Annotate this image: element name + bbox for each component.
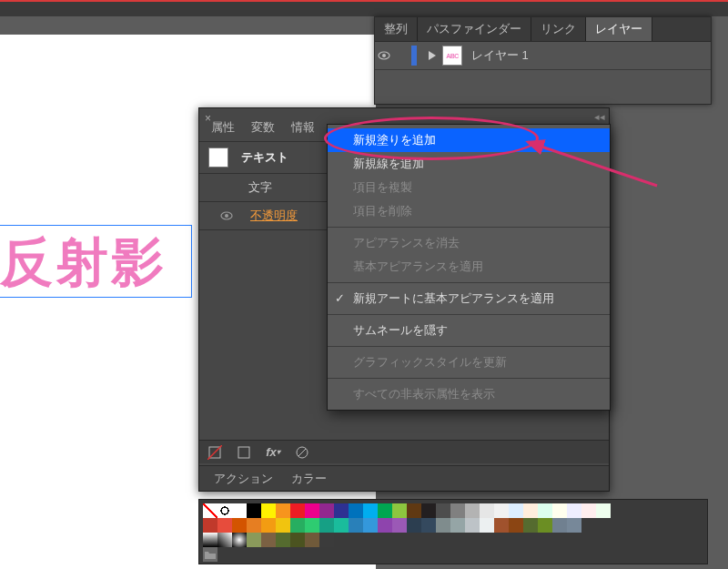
swatch[interactable] <box>276 533 290 547</box>
swatch[interactable] <box>276 503 290 518</box>
swatch[interactable] <box>378 518 392 533</box>
layer-thumbnail: ABC <box>442 46 462 66</box>
swatch-registration[interactable] <box>217 503 232 518</box>
swatch[interactable] <box>552 518 567 533</box>
menu-separator <box>328 227 610 228</box>
swatch[interactable] <box>247 518 261 533</box>
tab-layers[interactable]: レイヤー <box>586 17 652 41</box>
menu-item[interactable]: 新規アートに基本アピアランスを適用 <box>328 287 610 310</box>
tab-align[interactable]: 整列 <box>375 17 418 41</box>
swatch[interactable] <box>261 518 276 533</box>
swatch-row <box>203 547 703 562</box>
swatch[interactable] <box>290 533 305 547</box>
swatch[interactable] <box>407 518 421 533</box>
swatch-gradient[interactable] <box>232 533 247 547</box>
svg-point-1 <box>382 54 386 57</box>
opacity-label[interactable]: 不透明度 <box>250 208 298 224</box>
swatch[interactable] <box>276 518 290 533</box>
swatch[interactable] <box>465 503 480 518</box>
swatch[interactable] <box>494 503 509 518</box>
add-effect-icon[interactable]: fx▾ <box>265 444 281 461</box>
menu-item[interactable]: サムネールを隠す <box>328 319 610 342</box>
swatch[interactable] <box>232 518 247 533</box>
layer-name[interactable]: レイヤー 1 <box>471 47 529 64</box>
object-swatch[interactable] <box>208 147 228 168</box>
visibility-eye-icon[interactable] <box>217 209 236 223</box>
swatch[interactable] <box>421 518 436 533</box>
swatch[interactable] <box>305 533 319 547</box>
swatch[interactable] <box>392 503 407 518</box>
add-stroke-icon[interactable] <box>207 444 223 461</box>
layer-row[interactable]: ABC レイヤー 1 <box>375 42 711 70</box>
swatch[interactable] <box>334 503 349 518</box>
svg-rect-7 <box>238 447 249 458</box>
swatch[interactable] <box>480 518 494 533</box>
swatch[interactable] <box>436 503 450 518</box>
visibility-eye-icon[interactable] <box>375 49 393 63</box>
swatch[interactable] <box>538 503 552 518</box>
menu-item[interactable]: 新規線を追加 <box>328 152 610 176</box>
tab-links[interactable]: リンク <box>531 17 586 41</box>
swatch-folder-icon[interactable] <box>203 547 217 562</box>
swatch[interactable] <box>247 533 261 547</box>
swatch[interactable] <box>334 518 349 533</box>
swatch[interactable] <box>232 503 247 518</box>
swatch[interactable] <box>217 518 232 533</box>
swatch[interactable] <box>567 518 581 533</box>
expand-triangle-icon[interactable] <box>426 49 439 62</box>
menu-item[interactable]: 新規塗りを追加 <box>328 128 610 152</box>
swatch[interactable] <box>450 518 465 533</box>
swatch[interactable] <box>596 503 611 518</box>
swatch[interactable] <box>450 503 465 518</box>
menu-item: グラフィックスタイルを更新 <box>328 351 610 374</box>
swatch[interactable] <box>349 503 363 518</box>
add-fill-icon[interactable] <box>236 444 252 461</box>
svg-point-4 <box>225 214 228 218</box>
tab-info[interactable]: 情報 <box>283 116 323 141</box>
swatch[interactable] <box>319 533 334 547</box>
swatch[interactable] <box>509 518 523 533</box>
swatch[interactable] <box>378 503 392 518</box>
swatch[interactable] <box>538 518 552 533</box>
clear-appearance-icon[interactable] <box>294 444 310 461</box>
swatch-none[interactable] <box>203 503 217 518</box>
layer-color-strip <box>411 46 417 66</box>
swatch[interactable] <box>363 503 378 518</box>
tab-actions[interactable]: アクション <box>205 471 282 487</box>
swatch-gradient[interactable] <box>217 533 232 547</box>
swatch[interactable] <box>567 503 581 518</box>
close-icon[interactable]: × <box>205 112 211 125</box>
swatch[interactable] <box>465 518 480 533</box>
swatch[interactable] <box>319 518 334 533</box>
swatch[interactable] <box>407 503 421 518</box>
svg-line-9 <box>298 449 306 456</box>
swatch[interactable] <box>480 503 494 518</box>
swatch[interactable] <box>305 518 319 533</box>
tab-pathfinder[interactable]: パスファインダー <box>418 17 531 41</box>
swatch[interactable] <box>319 503 334 518</box>
swatch[interactable] <box>436 518 450 533</box>
swatch-gradient[interactable] <box>203 533 217 547</box>
swatch[interactable] <box>203 518 217 533</box>
swatch[interactable] <box>290 503 305 518</box>
tab-variables[interactable]: 変数 <box>243 116 283 141</box>
swatch[interactable] <box>552 503 567 518</box>
swatch[interactable] <box>261 533 276 547</box>
swatch[interactable] <box>392 518 407 533</box>
swatch[interactable] <box>509 503 523 518</box>
swatch[interactable] <box>261 503 276 518</box>
swatch[interactable] <box>523 518 538 533</box>
menu-item: 項目を削除 <box>328 199 610 223</box>
swatch[interactable] <box>305 503 319 518</box>
swatch[interactable] <box>290 518 305 533</box>
swatch[interactable] <box>581 503 596 518</box>
flyout-menu-icon[interactable]: ◂◂ <box>594 111 605 123</box>
swatch[interactable] <box>247 503 261 518</box>
top-red-indicator <box>0 0 728 2</box>
tab-color[interactable]: カラー <box>282 471 336 487</box>
swatch[interactable] <box>494 518 509 533</box>
swatch[interactable] <box>523 503 538 518</box>
swatch[interactable] <box>421 503 436 518</box>
swatch[interactable] <box>363 518 378 533</box>
swatch[interactable] <box>349 518 363 533</box>
